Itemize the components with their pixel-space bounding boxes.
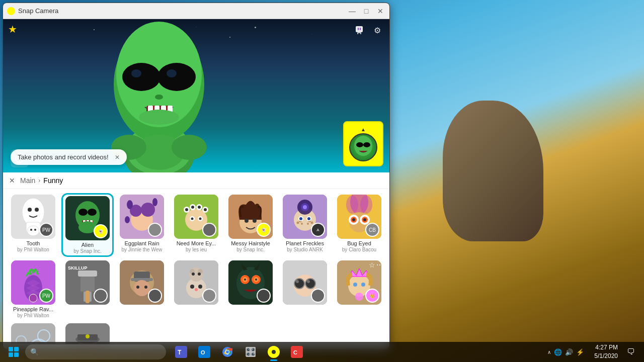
svg-point-161 — [226, 350, 229, 353]
volume-icon: 🔊 — [565, 348, 573, 356]
snap-taskbar-icon — [268, 346, 280, 358]
svg-point-72 — [297, 222, 299, 224]
svg-point-6 — [157, 63, 196, 91]
lens-thumb-r2-3 — [174, 260, 218, 305]
lens-thumb-alien: 👻 — [65, 196, 110, 240]
lens-fav-icon[interactable]: ☆ — [369, 261, 375, 269]
lens-item-tooth[interactable]: PW Tooth by Phil Walton — [7, 193, 59, 257]
lens-thumb-r2-5 — [283, 260, 327, 305]
lens-item-need-more[interactable]: Need More Ey... by les ieu — [170, 193, 222, 257]
taskbar-app-outlook[interactable]: O — [193, 342, 215, 362]
breadcrumb-close[interactable]: ✕ — [9, 176, 15, 185]
lens-name-alien: Alien — [82, 242, 94, 248]
tray-icons[interactable]: ∧ 🌐 🔊 ⚡ — [543, 348, 588, 356]
svg-point-110 — [136, 286, 139, 289]
lens-name-bug: Bug Eyed — [347, 240, 371, 247]
svg-point-141 — [355, 293, 363, 301]
lens-creator-icon-r2-1 — [94, 289, 108, 303]
taskbar-app-control-panel[interactable]: 🎛️ — [239, 342, 262, 362]
window-title: Snap Camera — [18, 7, 58, 15]
start-button[interactable] — [2, 342, 25, 362]
lens-item-pineapple[interactable]: PW Pineapple Rav... by Phil Walton — [7, 259, 59, 320]
lens-thumb-pineapple: PW — [11, 260, 55, 305]
svg-point-67 — [245, 219, 249, 223]
teams-icon: T — [175, 346, 187, 358]
taskbar-app-teams[interactable]: T — [170, 342, 192, 362]
lens-item-r2-2[interactable] — [116, 259, 168, 320]
lens-more-icon[interactable]: ⋯ — [376, 261, 383, 269]
taskbar-search[interactable]: 🔍 — [25, 344, 166, 359]
svg-point-23 — [356, 142, 363, 147]
lens-author-eggplant: by Jinnie the Wew — [122, 247, 163, 252]
svg-point-75 — [311, 222, 313, 224]
lens-item-r2-5[interactable] — [279, 259, 331, 320]
svg-point-163 — [272, 350, 276, 354]
svg-point-132 — [294, 279, 304, 289]
lens-item-r2-7[interactable] — [7, 322, 59, 344]
svg-point-58 — [198, 206, 201, 209]
breadcrumb-bar: ✕ Main › Funny — [3, 172, 389, 189]
lens-item-r2-6[interactable]: ☆ ⋯ — [333, 259, 385, 320]
lens-item-r2-3[interactable] — [170, 259, 222, 320]
lens-item-r2-1[interactable]: SKILLUP — [61, 259, 114, 320]
minimize-button[interactable]: — — [347, 6, 357, 16]
camera-view: ★ — [3, 19, 389, 172]
lens-item-messy[interactable]: 👻 Messy Hairstyle by Snap Inc. — [224, 193, 277, 257]
svg-point-38 — [88, 209, 97, 216]
taskbar-app-chrome[interactable] — [216, 342, 238, 362]
svg-point-128 — [244, 279, 246, 281]
lens-thumb-eggplant — [120, 195, 164, 239]
settings-icon-btn[interactable]: ⚙ — [370, 23, 384, 37]
camera-icons: ⚙ — [352, 23, 384, 37]
lens-item-planet[interactable]: A Planet Freckles by Studio ANRK — [279, 193, 331, 257]
taskbar-apps: T O — [166, 342, 543, 362]
svg-point-73 — [301, 223, 303, 225]
svg-point-7 — [131, 69, 141, 77]
svg-point-33 — [30, 229, 32, 231]
taskbar-app-snap[interactable] — [263, 342, 285, 362]
preview-alien — [349, 133, 377, 161]
snap-window-icon — [7, 7, 15, 15]
svg-point-140 — [361, 283, 365, 287]
toast-close-button[interactable]: ✕ — [115, 154, 120, 161]
lens-grid: PW Tooth by Phil Walton — [3, 189, 389, 344]
svg-point-155 — [86, 334, 90, 338]
lens-item-r2-4[interactable] — [224, 259, 277, 320]
svg-point-133 — [305, 279, 315, 289]
lens-name-need-more: Need More Ey... — [177, 240, 216, 247]
snap-preview-thumbnail[interactable]: ▲ — [343, 121, 383, 166]
svg-point-49 — [152, 198, 157, 206]
lens-item-alien[interactable]: 👻 Alien by Snap Inc. — [61, 193, 114, 257]
lens-thumb-messy: 👻 — [228, 195, 273, 239]
taskbar: 🔍 T O — [0, 342, 644, 362]
network-icon: 🌐 — [554, 348, 562, 356]
tray-expand-icon[interactable]: ∧ — [547, 349, 551, 355]
system-clock[interactable]: 4:27 PM 5/1/2020 — [590, 343, 622, 360]
svg-point-94 — [363, 218, 366, 221]
svg-rect-21 — [360, 28, 361, 30]
notification-button[interactable]: 🗨 — [624, 347, 638, 356]
lens-item-r2-8[interactable]: 🍊 — [61, 322, 114, 344]
toast-notification: Take photos and record videos! ✕ — [11, 149, 127, 165]
snap-camera-window: Snap Camera — □ ✕ ★ — [3, 3, 390, 349]
taskbar-app-camstudio[interactable]: C — [286, 342, 308, 362]
lens-thumb-r2-2 — [120, 260, 164, 305]
close-button[interactable]: ✕ — [375, 6, 385, 16]
breadcrumb-main[interactable]: Main — [20, 176, 35, 185]
lens-thumb-r2-7 — [11, 323, 55, 344]
lens-author-alien: by Snap Inc. — [73, 248, 102, 254]
twitch-icon-btn[interactable] — [352, 23, 366, 37]
svg-point-50 — [125, 216, 130, 223]
clock-time: 4:27 PM — [594, 343, 618, 352]
favorite-button[interactable]: ★ — [8, 23, 17, 35]
lens-item-bug[interactable]: CB Bug Eyed by Claro Bacou — [333, 193, 385, 257]
lens-item-eggplant[interactable]: Eggplant Rain by Jinnie the Wew — [116, 193, 168, 257]
svg-point-79 — [303, 205, 307, 209]
svg-point-87 — [360, 196, 372, 214]
svg-point-121 — [195, 288, 198, 291]
control-panel-icon: 🎛️ — [245, 346, 257, 358]
lens-name-eggplant: Eggplant Rain — [124, 240, 159, 247]
breadcrumb-current: Funny — [43, 176, 63, 185]
maximize-button[interactable]: □ — [361, 6, 371, 16]
preview-arrow: ▲ — [361, 127, 366, 132]
